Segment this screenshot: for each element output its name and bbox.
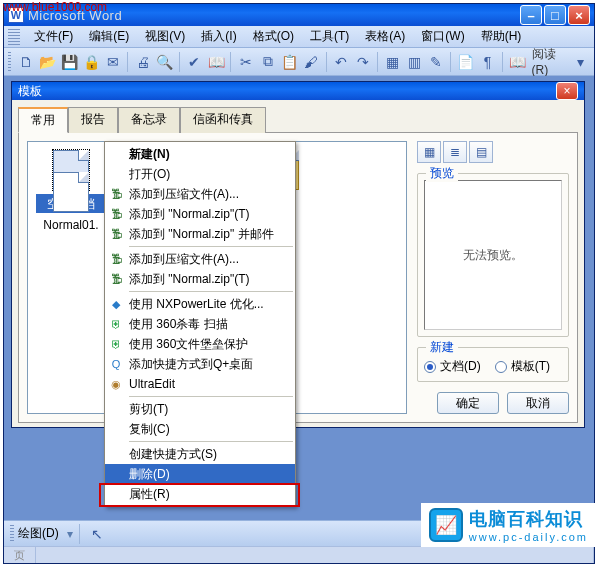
minimize-button[interactable]: –: [520, 5, 542, 25]
maximize-button[interactable]: □: [544, 5, 566, 25]
menu-bar: 文件(F) 编辑(E) 视图(V) 插入(I) 格式(O) 工具(T) 表格(A…: [4, 26, 594, 48]
menu-insert[interactable]: 插入(I): [195, 26, 242, 47]
ctx-properties[interactable]: 属性(R): [105, 484, 295, 504]
draw-menu-button[interactable]: 绘图(D): [18, 525, 63, 542]
research-icon[interactable]: 📖: [207, 51, 226, 73]
radio-document[interactable]: 文档(D): [424, 358, 481, 375]
dialog-close-button[interactable]: ×: [556, 82, 578, 100]
menu-help[interactable]: 帮助(H): [475, 26, 528, 47]
ctx-add-to-normalzip[interactable]: 🗜添加到 "Normal.zip"(T): [105, 204, 295, 224]
ctx-copy[interactable]: 复制(C): [105, 419, 295, 439]
preview-box: 无法预览。: [424, 180, 562, 330]
radio-template[interactable]: 模板(T): [495, 358, 550, 375]
menu-edit[interactable]: 编辑(E): [83, 26, 135, 47]
undo-icon[interactable]: ↶: [331, 51, 350, 73]
ctx-add-to-archive-2[interactable]: 🗜添加到压缩文件(A)...: [105, 249, 295, 269]
ctx-cut[interactable]: 剪切(T): [105, 399, 295, 419]
archive-icon: 🗜: [108, 251, 124, 267]
cancel-button[interactable]: 取消: [507, 392, 569, 414]
new-icon[interactable]: 🗋: [16, 51, 35, 73]
toolbar-separator: [502, 52, 503, 72]
read-mode-icon[interactable]: 📖: [508, 51, 527, 73]
status-bar: 页: [4, 546, 594, 563]
toolbar-overflow-icon[interactable]: ▾: [571, 51, 590, 73]
ctx-360-scan[interactable]: ⛨使用 360杀毒 扫描: [105, 314, 295, 334]
pc-daily-logo-icon: 📈: [429, 508, 463, 542]
shield-icon: ⛨: [108, 336, 124, 352]
tab-general[interactable]: 常用: [18, 107, 68, 133]
read-label[interactable]: 阅读(R): [530, 46, 569, 77]
preview-group-title: 预览: [426, 165, 458, 182]
view-large-icons-button[interactable]: ▦: [417, 141, 441, 163]
close-button[interactable]: ×: [568, 5, 590, 25]
ctx-open[interactable]: 打开(O): [105, 164, 295, 184]
ok-button[interactable]: 确定: [437, 392, 499, 414]
drawing-icon[interactable]: ✎: [427, 51, 446, 73]
shield-icon: ⛨: [108, 316, 124, 332]
view-list-button[interactable]: ≣: [443, 141, 467, 163]
toolbar-separator: [79, 524, 80, 544]
menu-tools[interactable]: 工具(T): [304, 26, 355, 47]
dialog-body: 空白文档 邮件 Normal01. ▦ ≣ ▤: [18, 132, 578, 423]
view-details-button[interactable]: ▤: [469, 141, 493, 163]
spell-icon[interactable]: ✔: [185, 51, 204, 73]
redo-icon[interactable]: ↷: [353, 51, 372, 73]
tab-letters-faxes[interactable]: 信函和传真: [180, 107, 266, 133]
ctx-add-to-normalzip-2[interactable]: 🗜添加到 "Normal.zip"(T): [105, 269, 295, 289]
select-objects-icon[interactable]: ↖: [86, 523, 108, 545]
open-icon[interactable]: 📂: [38, 51, 57, 73]
archive-icon: 🗜: [108, 226, 124, 242]
copy-icon[interactable]: ⧉: [258, 51, 277, 73]
dialog-title: 模板: [18, 83, 42, 100]
status-page-label: 页: [4, 547, 36, 563]
watermark-top-url: www.blue1000.com: [3, 0, 107, 14]
preview-icon[interactable]: 🔍: [155, 51, 174, 73]
ctx-separator: [129, 396, 293, 397]
print-icon[interactable]: 🖨: [133, 51, 152, 73]
toolbar-separator: [230, 52, 231, 72]
toolbar-separator: [179, 52, 180, 72]
template-item-normal01[interactable]: Normal01.: [36, 172, 106, 232]
menu-grip[interactable]: [8, 29, 20, 45]
permission-icon[interactable]: 🔒: [82, 51, 101, 73]
ctx-new[interactable]: 新建(N): [105, 144, 295, 164]
main-window: W Microsoft Word – □ × 文件(F) 编辑(E) 视图(V)…: [3, 3, 595, 564]
preview-group: 预览 无法预览。: [417, 173, 569, 337]
cut-icon[interactable]: ✂: [236, 51, 255, 73]
tab-reports[interactable]: 报告: [68, 107, 118, 133]
menu-file[interactable]: 文件(F): [28, 26, 79, 47]
show-marks-icon[interactable]: ¶: [478, 51, 497, 73]
ctx-nxpowerlite[interactable]: ◆使用 NXPowerLite 优化...: [105, 294, 295, 314]
ctx-delete[interactable]: 删除(D): [105, 464, 295, 484]
format-painter-icon[interactable]: 🖌: [302, 51, 321, 73]
templates-dialog: 模板 × 常用 报告 备忘录 信函和传真 空白文档 邮件: [11, 81, 585, 428]
ctx-create-shortcut[interactable]: 创建快捷方式(S): [105, 444, 295, 464]
ctx-separator: [129, 246, 293, 247]
document-map-icon[interactable]: 📄: [456, 51, 475, 73]
draw-toolbar-grip[interactable]: [10, 525, 14, 543]
template-label: Normal01.: [36, 216, 106, 232]
menu-window[interactable]: 窗口(W): [415, 26, 470, 47]
ctx-add-to-archive[interactable]: 🗜添加到压缩文件(A)...: [105, 184, 295, 204]
menu-view[interactable]: 视图(V): [139, 26, 191, 47]
document-icon: [53, 172, 89, 212]
save-icon[interactable]: 💾: [60, 51, 79, 73]
new-group: 新建 文档(D) 模板(T): [417, 347, 569, 382]
ctx-add-to-normalzip-mail[interactable]: 🗜添加到 "Normal.zip" 并邮件: [105, 224, 295, 244]
columns-icon[interactable]: ▥: [405, 51, 424, 73]
ctx-qplus-shortcut[interactable]: Q添加快捷方式到Q+桌面: [105, 354, 295, 374]
toolbar-separator: [127, 52, 128, 72]
ctx-ultraedit[interactable]: ◉UltraEdit: [105, 374, 295, 394]
menu-format[interactable]: 格式(O): [247, 26, 300, 47]
paste-icon[interactable]: 📋: [280, 51, 299, 73]
archive-icon: 🗜: [108, 271, 124, 287]
toolbar-grip[interactable]: [8, 52, 11, 72]
mail-icon[interactable]: ✉: [104, 51, 123, 73]
ctx-360-fortress[interactable]: ⛨使用 360文件堡垒保护: [105, 334, 295, 354]
standard-toolbar: 🗋 📂 💾 🔒 ✉ 🖨 🔍 ✔ 📖 ✂ ⧉ 📋 🖌 ↶ ↷ ▦ ▥ ✎ 📄 ¶ …: [4, 48, 594, 76]
toolbar-separator: [377, 52, 378, 72]
dialog-title-bar: 模板 ×: [12, 82, 584, 100]
tab-memos[interactable]: 备忘录: [118, 107, 180, 133]
menu-table[interactable]: 表格(A): [359, 26, 411, 47]
insert-table-icon[interactable]: ▦: [383, 51, 402, 73]
